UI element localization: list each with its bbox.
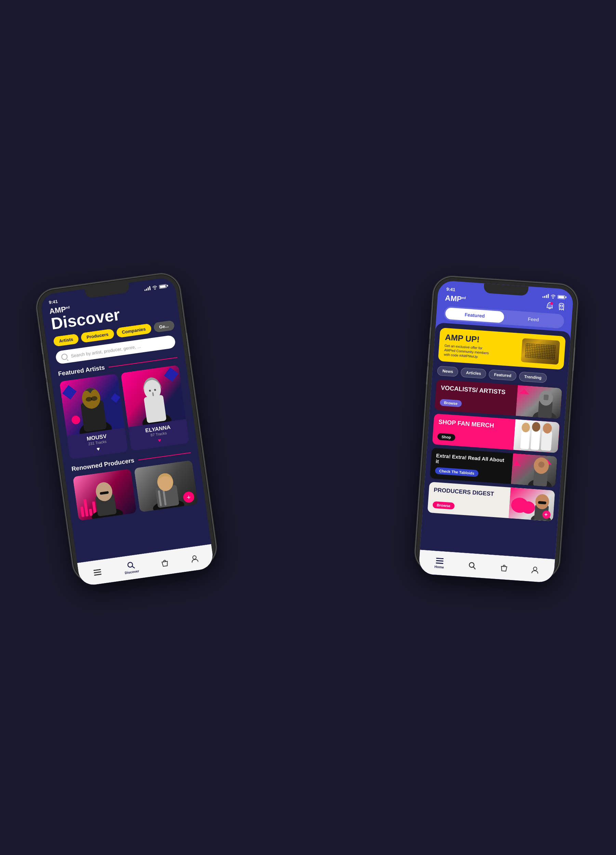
right-main-content: AMP UP! Get an exclusive offer for AMPed… bbox=[419, 322, 571, 583]
svg-rect-54 bbox=[436, 558, 444, 559]
bars-icon bbox=[93, 569, 101, 576]
power-button-r[interactable] bbox=[572, 347, 575, 371]
vocalists-browse-btn[interactable]: Browse bbox=[440, 399, 462, 407]
svg-rect-56 bbox=[436, 562, 443, 564]
volume-up-button[interactable] bbox=[41, 343, 44, 355]
nav-item-search-right[interactable] bbox=[468, 562, 476, 569]
right-phone: 9:41 bbox=[415, 276, 578, 579]
featured-artists-title: Featured Artists bbox=[58, 364, 105, 378]
volume-down-button-r[interactable] bbox=[428, 344, 430, 363]
nav-item-bars[interactable] bbox=[93, 569, 101, 576]
producer-card-1[interactable] bbox=[73, 469, 137, 521]
extra-title: Extra! Extra! Read All About it bbox=[436, 453, 508, 469]
nav-item-bag[interactable] bbox=[161, 558, 169, 567]
vocalists-card[interactable]: VOCALISTS/ ARTISTS Browse bbox=[434, 379, 562, 418]
ghost-icon[interactable] bbox=[557, 302, 566, 311]
digest-figure: + bbox=[509, 487, 555, 521]
svg-rect-33 bbox=[544, 394, 549, 400]
shop-figures bbox=[514, 419, 560, 453]
search-nav-icon-right bbox=[468, 562, 476, 569]
svg-line-58 bbox=[473, 567, 475, 569]
signal-icon bbox=[144, 286, 150, 291]
digest-btn[interactable]: Browse bbox=[433, 501, 455, 510]
shop-text: SHOP FAN MERCH Shop bbox=[432, 414, 515, 450]
person-icon-right bbox=[532, 566, 539, 574]
nav-label-discover: Discover bbox=[124, 569, 139, 575]
promo-description: Get an exclusive offer for AMPed Communi… bbox=[444, 343, 492, 360]
left-phone: 9:41 bbox=[35, 272, 218, 583]
producer-bg-1 bbox=[73, 469, 137, 521]
elyanna-figure bbox=[121, 365, 186, 427]
silent-button[interactable] bbox=[46, 382, 50, 400]
signal-icon-right bbox=[543, 294, 549, 298]
promo-text: AMP UP! Get an exclusive offer for AMPed… bbox=[444, 333, 493, 360]
nav-item-bag-right[interactable] bbox=[500, 564, 507, 572]
nav-item-home[interactable]: Home bbox=[434, 558, 445, 569]
bell-icon[interactable] bbox=[546, 301, 554, 310]
status-icons-right bbox=[543, 294, 566, 300]
chip-featured[interactable]: Featured bbox=[489, 369, 517, 381]
search-icon bbox=[61, 353, 68, 360]
digest-text: Producers Digest Browse bbox=[427, 482, 511, 518]
shop-btn[interactable]: Shop bbox=[437, 433, 456, 441]
silent-button-r[interactable] bbox=[426, 366, 429, 385]
shop-image bbox=[514, 419, 560, 453]
section-divider bbox=[109, 357, 177, 367]
shop-merch-card[interactable]: SHOP FAN MERCH Shop bbox=[432, 414, 559, 453]
promo-banner[interactable]: AMP UP! Get an exclusive offer for AMPed… bbox=[438, 328, 566, 370]
shop-title: SHOP FAN MERCH bbox=[438, 418, 511, 430]
vocalists-title: VOCALISTS/ ARTISTS bbox=[441, 385, 513, 396]
digest-title: Producers Digest bbox=[433, 487, 506, 498]
svg-rect-22 bbox=[94, 573, 101, 576]
artist-image-mousv bbox=[59, 374, 125, 436]
nav-item-discover[interactable]: Discover bbox=[124, 561, 139, 575]
wifi-icon-right bbox=[550, 294, 556, 299]
promo-title: AMP UP! bbox=[445, 333, 493, 345]
producer-figure-2 bbox=[134, 460, 198, 512]
artist-card-mousv[interactable]: MOUSV 231 Tracks bbox=[59, 374, 128, 460]
producer-bg-2: + bbox=[134, 460, 198, 512]
right-phone-screen: 9:41 bbox=[419, 280, 574, 583]
producers-digest-card[interactable]: Producers Digest Browse bbox=[427, 482, 555, 521]
nav-label-home: Home bbox=[434, 565, 444, 569]
chip-news[interactable]: News bbox=[437, 366, 459, 377]
artist-image-elyanna bbox=[121, 365, 186, 427]
chip-trending[interactable]: Trending bbox=[519, 371, 547, 383]
status-icons bbox=[144, 284, 167, 291]
status-time-right: 9:41 bbox=[446, 286, 456, 292]
battery-icon bbox=[159, 284, 167, 289]
svg-point-25 bbox=[193, 555, 196, 559]
svg-rect-21 bbox=[94, 571, 101, 573]
extra-card[interactable]: Extra! Extra! Read All About it Check Th… bbox=[430, 448, 557, 487]
extra-btn[interactable]: Check The Tabloids bbox=[435, 467, 478, 477]
svg-marker-40 bbox=[514, 460, 521, 466]
bag-icon-right bbox=[500, 564, 507, 572]
svg-rect-55 bbox=[436, 560, 443, 562]
volume-down-button[interactable] bbox=[43, 359, 47, 378]
bars-icon-right bbox=[436, 558, 443, 564]
tab-featured[interactable]: Featured bbox=[445, 308, 504, 323]
vocalists-text: VOCALISTS/ ARTISTS Browse bbox=[434, 379, 518, 415]
nav-item-profile[interactable] bbox=[191, 555, 199, 563]
volume-up-button-r[interactable] bbox=[430, 327, 431, 339]
artist-card-elyanna[interactable]: ELYANNA 87 Tracks bbox=[121, 365, 190, 451]
amp-image bbox=[521, 338, 560, 365]
nav-item-profile-right[interactable] bbox=[532, 566, 539, 574]
svg-line-24 bbox=[132, 566, 135, 568]
vocalists-figure bbox=[516, 385, 563, 419]
svg-marker-29 bbox=[519, 389, 529, 394]
svg-point-59 bbox=[533, 567, 537, 570]
producer-card-2[interactable]: + bbox=[134, 460, 198, 512]
status-time: 9:41 bbox=[49, 299, 58, 305]
extra-figure bbox=[511, 454, 558, 487]
extra-image bbox=[511, 454, 558, 487]
battery-icon-right bbox=[558, 295, 566, 299]
bottom-nav-left: Discover bbox=[77, 544, 215, 587]
svg-rect-36 bbox=[530, 429, 540, 450]
bag-icon bbox=[161, 558, 169, 567]
svg-rect-34 bbox=[520, 430, 530, 449]
tab-feed[interactable]: Feed bbox=[503, 311, 563, 327]
power-button[interactable] bbox=[186, 333, 190, 357]
notification-icons bbox=[546, 301, 566, 311]
chip-articles[interactable]: Articles bbox=[460, 367, 486, 378]
